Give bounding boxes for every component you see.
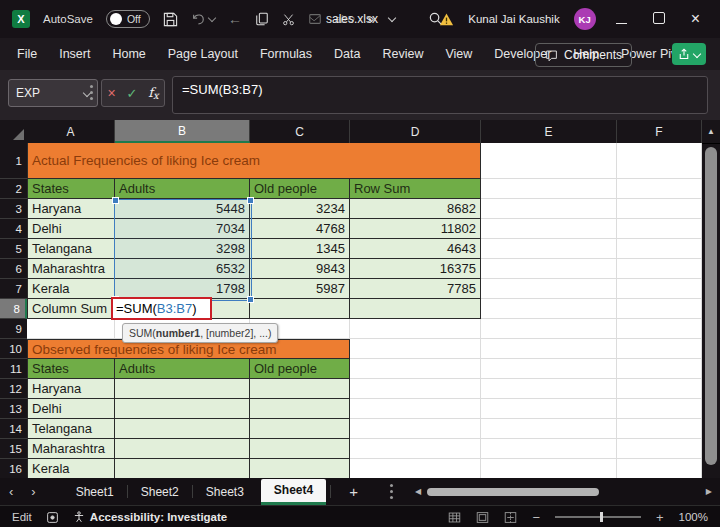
- cell-A1[interactable]: Actual Frequencies of liking Ice cream: [27, 143, 481, 179]
- cell-A8[interactable]: Column Sum: [27, 299, 115, 319]
- file-name[interactable]: sales.xlsx: [326, 0, 395, 38]
- cell-D6[interactable]: 16375: [350, 259, 481, 279]
- tab-formulas[interactable]: Formulas: [249, 38, 323, 70]
- cell-A12[interactable]: Haryana: [27, 379, 115, 399]
- cut-icon[interactable]: [282, 10, 295, 28]
- next-sheet-arrow-icon[interactable]: ›: [22, 484, 44, 499]
- cell-F15[interactable]: [617, 439, 702, 459]
- tab-data[interactable]: Data: [323, 38, 371, 70]
- cell-B14[interactable]: [115, 419, 250, 439]
- cancel-entry-button[interactable]: ×: [107, 85, 115, 101]
- cell-D7[interactable]: 7785: [350, 279, 481, 299]
- horizontal-scrollbar-thumb[interactable]: [427, 488, 599, 496]
- excel-logo-icon[interactable]: X: [12, 10, 30, 28]
- cell-F2[interactable]: [617, 179, 702, 199]
- cell-D14[interactable]: [350, 419, 481, 439]
- cell-C11[interactable]: Old people: [250, 359, 350, 379]
- formula-input[interactable]: =SUM(B3:B7): [172, 76, 708, 114]
- cell-D9[interactable]: [350, 319, 481, 339]
- vertical-scrollbar-thumb[interactable]: [705, 147, 717, 465]
- row-header-4[interactable]: 4: [0, 219, 27, 239]
- cell-F8[interactable]: [617, 299, 702, 319]
- cell-E3[interactable]: [481, 199, 617, 219]
- cell-C3[interactable]: 3234: [250, 199, 350, 219]
- tab-home[interactable]: Home: [101, 38, 156, 70]
- zoom-in-button[interactable]: +: [656, 510, 664, 525]
- cell-B13[interactable]: [115, 399, 250, 419]
- cell-B11[interactable]: Adults: [115, 359, 250, 379]
- tab-page-layout[interactable]: Page Layout: [157, 38, 249, 70]
- zoom-slider-thumb[interactable]: [600, 512, 603, 522]
- col-header-C[interactable]: C: [250, 120, 350, 143]
- cell-A7[interactable]: Kerala: [27, 279, 115, 299]
- cell-F1[interactable]: [617, 143, 702, 179]
- col-header-B[interactable]: B: [115, 120, 250, 143]
- row-header-16[interactable]: 16: [0, 459, 27, 478]
- cell-E11[interactable]: [481, 359, 617, 379]
- scroll-up-arrow-icon[interactable]: ▲: [702, 120, 720, 144]
- sheet-tab-sheet2[interactable]: Sheet2: [128, 479, 192, 505]
- page-layout-view-icon[interactable]: [476, 511, 489, 524]
- cell-F7[interactable]: [617, 279, 702, 299]
- cell-B12[interactable]: [115, 379, 250, 399]
- cell-F5[interactable]: [617, 239, 702, 259]
- cell-A5[interactable]: Telangana: [27, 239, 115, 259]
- undo-icon[interactable]: [191, 10, 215, 28]
- tab-view[interactable]: View: [434, 38, 483, 70]
- cell-E16[interactable]: [481, 459, 617, 478]
- cell-F10[interactable]: [617, 339, 702, 359]
- name-box[interactable]: EXP: [8, 79, 98, 107]
- cell-D15[interactable]: [350, 439, 481, 459]
- cell-C13[interactable]: [250, 399, 350, 419]
- cell-D10[interactable]: [350, 339, 481, 359]
- row-header-9[interactable]: 9: [0, 319, 27, 339]
- col-header-F[interactable]: F: [617, 120, 702, 143]
- row-header-12[interactable]: 12: [0, 379, 27, 399]
- autosave-toggle[interactable]: Off: [106, 10, 150, 28]
- cell-A13[interactable]: Delhi: [27, 399, 115, 419]
- cell-E14[interactable]: [481, 419, 617, 439]
- cell-E1[interactable]: [481, 143, 617, 179]
- row-header-15[interactable]: 15: [0, 439, 27, 459]
- cell-C2[interactable]: Old people: [250, 179, 350, 199]
- close-button[interactable]: ×: [685, 11, 706, 27]
- insert-function-button[interactable]: fx: [148, 85, 158, 101]
- cell-C7[interactable]: 5987: [250, 279, 350, 299]
- page-break-view-icon[interactable]: [504, 511, 517, 524]
- hscroll-right-arrow-icon[interactable]: ▶: [706, 487, 712, 496]
- user-name[interactable]: Kunal Jai Kaushik: [468, 13, 559, 25]
- cell-C5[interactable]: 1345: [250, 239, 350, 259]
- zoom-slider[interactable]: [555, 516, 641, 518]
- active-cell-editor[interactable]: =SUM(B3:B7): [111, 297, 212, 320]
- cell-E10[interactable]: [481, 339, 617, 359]
- sheet-tab-sheet4-active[interactable]: Sheet4: [261, 479, 326, 505]
- cell-C12[interactable]: [250, 379, 350, 399]
- cell-A11[interactable]: States: [27, 359, 115, 379]
- cell-F11[interactable]: [617, 359, 702, 379]
- cell-F3[interactable]: [617, 199, 702, 219]
- cell-E15[interactable]: [481, 439, 617, 459]
- sheet-tab-sheet3[interactable]: Sheet3: [193, 479, 257, 505]
- avatar[interactable]: KJ: [574, 8, 596, 30]
- cell-E6[interactable]: [481, 259, 617, 279]
- cell-D16[interactable]: [350, 459, 481, 478]
- cell-A15[interactable]: Maharashtra: [27, 439, 115, 459]
- row-header-14[interactable]: 14: [0, 419, 27, 439]
- row-header-3[interactable]: 3: [0, 199, 27, 219]
- row-header-10[interactable]: 10: [0, 339, 27, 359]
- cell-F16[interactable]: [617, 459, 702, 478]
- row-header-5[interactable]: 5: [0, 239, 27, 259]
- zoom-out-button[interactable]: −: [532, 510, 540, 525]
- row-header-6[interactable]: 6: [0, 259, 27, 279]
- cell-E8[interactable]: [481, 299, 617, 319]
- maximize-button[interactable]: [647, 10, 671, 28]
- cell-F13[interactable]: [617, 399, 702, 419]
- col-header-A[interactable]: A: [27, 120, 115, 143]
- cell-A3[interactable]: Haryana: [27, 199, 115, 219]
- cell-E12[interactable]: [481, 379, 617, 399]
- cell-E13[interactable]: [481, 399, 617, 419]
- cell-A2[interactable]: States: [27, 179, 115, 199]
- cell-D8[interactable]: [350, 299, 481, 319]
- row-header-11[interactable]: 11: [0, 359, 27, 379]
- cell-C16[interactable]: [250, 459, 350, 478]
